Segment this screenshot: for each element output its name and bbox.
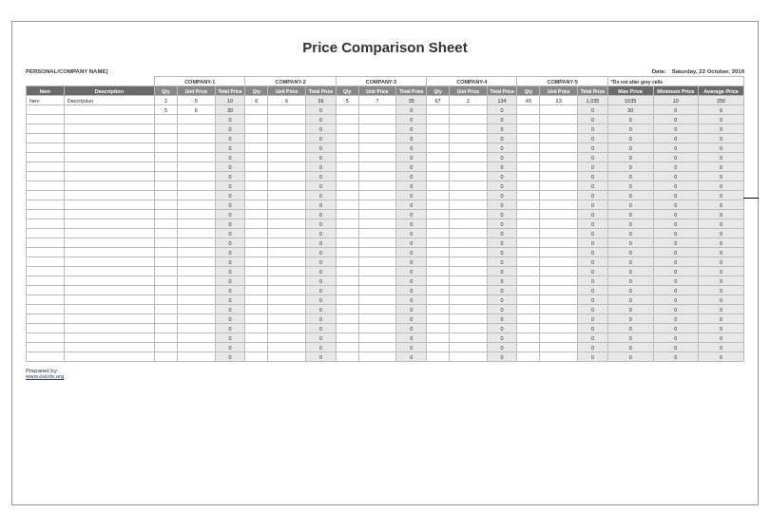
cell: [540, 314, 578, 324]
cell: [64, 305, 154, 314]
cell: 0: [578, 172, 608, 181]
cell: 0: [215, 219, 245, 229]
cell: 0: [653, 343, 699, 352]
cell: [540, 305, 578, 314]
cell: [336, 286, 358, 295]
cell: [540, 105, 578, 115]
cell: 0: [653, 257, 699, 267]
cell: 0: [396, 105, 427, 115]
cell: 0: [306, 153, 337, 162]
cell: 0: [699, 219, 744, 229]
cell: 0: [653, 162, 699, 172]
cell: [64, 238, 154, 248]
cell: 0: [578, 276, 608, 286]
cell: [27, 134, 65, 143]
cell: [517, 248, 540, 257]
cell: [427, 210, 450, 219]
cell: [155, 343, 178, 352]
cell: 0: [607, 305, 653, 314]
cell: 0: [215, 267, 245, 276]
cell: [245, 333, 268, 343]
cell: [268, 276, 306, 286]
cell: [540, 286, 578, 295]
cell: [268, 105, 306, 115]
cell: 0: [578, 229, 608, 238]
cell: 0: [306, 248, 337, 257]
cell: [245, 181, 268, 191]
cell: [268, 200, 306, 210]
cell: [27, 200, 65, 210]
table-body: ItemDescription25106636573567213445231,0…: [27, 96, 744, 362]
cell: 0: [699, 153, 744, 162]
cell: [449, 210, 487, 219]
cell: [427, 219, 450, 229]
cell: [268, 143, 306, 153]
cell: 0: [578, 143, 608, 153]
cell: 0: [487, 134, 517, 143]
cell: 0: [215, 276, 245, 286]
cell: [449, 229, 487, 238]
cell: 7: [358, 96, 396, 105]
cell: 0: [653, 134, 699, 143]
cell: Item: [27, 96, 65, 105]
cell: [358, 210, 396, 219]
cell: [449, 333, 487, 343]
cell: [155, 352, 178, 362]
cell: [336, 305, 358, 314]
cell: [358, 333, 396, 343]
cell: [517, 134, 540, 143]
cell: 0: [306, 162, 337, 172]
table-row: 00000000: [27, 295, 744, 305]
cell: 0: [396, 162, 427, 172]
cell: 0: [607, 115, 653, 124]
cell: [268, 324, 306, 333]
table-row: 00000000: [27, 324, 744, 333]
cell: [336, 238, 358, 248]
cell: 0: [396, 352, 427, 362]
hdr-c2-total: Total Price: [306, 86, 337, 96]
cell: 0: [653, 191, 699, 200]
cell: Description: [64, 96, 154, 105]
cell: [177, 172, 215, 181]
cell: 0: [306, 305, 337, 314]
cell: [177, 134, 215, 143]
cell: 0: [699, 248, 744, 257]
cell: [449, 238, 487, 248]
footer: Prepared by: www.dotxls.org: [26, 368, 744, 379]
table-row: 00000000: [27, 352, 744, 362]
date-block: Date: Saturday, 22 October, 2016: [652, 68, 744, 74]
cell: [268, 267, 306, 276]
hdr-c5-qty: Qty: [517, 86, 540, 96]
cell: [449, 181, 487, 191]
table-row: 00000000: [27, 238, 744, 248]
cell: [177, 286, 215, 295]
cell: 0: [578, 124, 608, 134]
cell: [268, 314, 306, 324]
cell: 0: [487, 143, 517, 153]
cell: [358, 153, 396, 162]
source-link[interactable]: www.dotxls.org: [26, 373, 64, 379]
comparison-table: COMPANY-1 COMPANY-2 COMPANY-3 COMPANY-4 …: [26, 76, 744, 362]
cell: 0: [699, 172, 744, 181]
cell: [177, 229, 215, 238]
cell: [358, 229, 396, 238]
cell: [177, 276, 215, 286]
cell: [540, 181, 578, 191]
cell: [540, 276, 578, 286]
cell: [427, 191, 450, 200]
cell: [336, 162, 358, 172]
cell: [517, 305, 540, 314]
cell: 5: [155, 105, 178, 115]
cell: 0: [306, 143, 337, 153]
cell: [427, 333, 450, 343]
cell: [177, 314, 215, 324]
cell: 0: [487, 105, 517, 115]
cell: [177, 343, 215, 352]
cell: [155, 191, 178, 200]
cell: 0: [578, 295, 608, 305]
cell: [177, 295, 215, 305]
cell: [64, 191, 154, 200]
cell: [517, 314, 540, 324]
cell: 0: [699, 210, 744, 219]
cell: 0: [607, 257, 653, 267]
